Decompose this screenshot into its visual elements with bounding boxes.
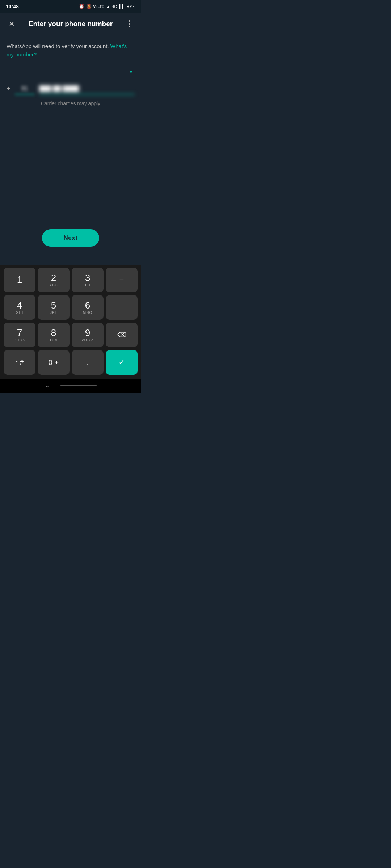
dropdown-icon: ▼ <box>129 69 133 75</box>
key-9[interactable]: 9 WXYZ <box>72 323 104 347</box>
plus-sign: + <box>7 85 10 93</box>
key-enter[interactable]: ✓ <box>106 350 138 375</box>
signal-strength-icon: ▌▌ <box>119 4 125 9</box>
key-4[interactable]: 4 GHI <box>4 295 35 320</box>
signal-4g-icon: 4G <box>112 5 117 9</box>
key-space[interactable]: ⎵ <box>106 295 138 320</box>
keyboard-row-3: 7 PQRS 8 TUV 9 WXYZ ⌫ <box>2 323 139 347</box>
keyboard-row-4: * # 0 + . ✓ <box>2 350 139 375</box>
key-3[interactable]: 3 DEF <box>72 268 104 292</box>
home-indicator <box>60 385 97 386</box>
verify-description: WhatsApp will need to verify your accoun… <box>7 42 135 59</box>
key-backspace[interactable]: ⌫ <box>106 323 138 347</box>
key-2[interactable]: 2 ABC <box>38 268 70 292</box>
more-dot-1 <box>129 20 130 22</box>
key-5[interactable]: 5 JKL <box>38 295 70 320</box>
more-dot-3 <box>129 26 130 27</box>
country-code-input[interactable] <box>15 84 35 95</box>
status-bar: 10:48 ⏰ 🔕 VoLTE ▲ 4G ▌▌ 87% <box>0 0 141 13</box>
phone-number-input[interactable] <box>39 84 135 95</box>
keyboard-row-1: 1 2 ABC 3 DEF − <box>2 268 139 292</box>
wifi-icon: ▲ <box>106 4 110 9</box>
next-button-container: Next <box>7 222 135 258</box>
notifications-icon: 🔕 <box>86 4 92 9</box>
spacer <box>7 106 135 222</box>
keyboard: 1 2 ABC 3 DEF − 4 GHI 5 JKL 6 MNO ⎵ <box>0 265 141 379</box>
bottom-bar: ⌄ <box>0 379 141 393</box>
more-dot-2 <box>129 23 130 25</box>
key-8[interactable]: 8 TUV <box>38 323 70 347</box>
page-title: Enter your phone number <box>17 20 124 28</box>
phone-input-row: + <box>7 84 135 95</box>
key-0[interactable]: 0 + <box>38 350 70 375</box>
volte-icon: VoLTE <box>93 5 104 9</box>
app-header: ✕ Enter your phone number <box>0 13 141 35</box>
keyboard-row-2: 4 GHI 5 JKL 6 MNO ⎵ <box>2 295 139 320</box>
country-selector[interactable]: ▼ <box>7 67 135 77</box>
key-1[interactable]: 1 <box>4 268 35 292</box>
next-button[interactable]: Next <box>42 229 100 247</box>
key-7[interactable]: 7 PQRS <box>4 323 35 347</box>
status-time: 10:48 <box>6 4 19 9</box>
key-period[interactable]: . <box>72 350 104 375</box>
battery-icon: 87% <box>127 4 135 9</box>
status-icons: ⏰ 🔕 VoLTE ▲ 4G ▌▌ 87% <box>79 4 135 9</box>
key-minus[interactable]: − <box>106 268 138 292</box>
key-star-hash[interactable]: * # <box>4 350 35 375</box>
alarm-icon: ⏰ <box>79 4 84 9</box>
main-content: WhatsApp will need to verify your accoun… <box>0 35 141 265</box>
key-6[interactable]: 6 MNO <box>72 295 104 320</box>
carrier-notice: Carrier charges may apply <box>7 101 135 106</box>
more-options-button[interactable] <box>124 18 135 30</box>
bottom-arrow-icon[interactable]: ⌄ <box>45 382 50 389</box>
close-button[interactable]: ✕ <box>6 18 17 30</box>
